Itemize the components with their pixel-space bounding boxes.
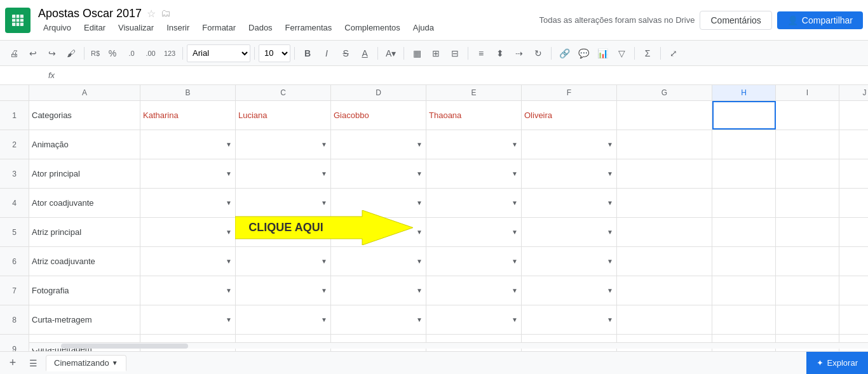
col-header-H[interactable]: H bbox=[712, 85, 776, 100]
cell-H8[interactable] bbox=[712, 305, 776, 334]
undo-button[interactable]: ↩ bbox=[24, 44, 42, 62]
bold-button[interactable]: B bbox=[299, 44, 316, 62]
dropdown-icon[interactable]: ▼ bbox=[414, 198, 424, 208]
cell-J6[interactable] bbox=[839, 247, 868, 276]
currency-button[interactable]: R$ bbox=[88, 44, 102, 62]
cell-D8[interactable]: ▼ bbox=[331, 305, 426, 334]
cell-F6[interactable]: ▼ bbox=[522, 247, 617, 276]
cell-E7[interactable]: ▼ bbox=[426, 276, 522, 305]
cell-I8[interactable] bbox=[776, 305, 839, 334]
comments-button[interactable]: Comentários bbox=[700, 11, 771, 30]
cell-E6[interactable]: ▼ bbox=[426, 247, 522, 276]
cell-G5[interactable] bbox=[617, 218, 712, 246]
col-header-I[interactable]: I bbox=[776, 85, 839, 100]
decimal-decrease-button[interactable]: .0 bbox=[123, 44, 140, 62]
cell-G3[interactable] bbox=[617, 159, 712, 188]
doc-title[interactable]: Apostas Oscar 2017 bbox=[38, 7, 142, 20]
cell-A3[interactable]: Ator principal bbox=[29, 159, 140, 188]
dropdown-icon[interactable]: ▼ bbox=[319, 286, 329, 296]
cell-J5[interactable] bbox=[839, 218, 868, 246]
dropdown-icon[interactable]: ▼ bbox=[224, 315, 234, 325]
cell-A5[interactable]: Atriz principal bbox=[29, 218, 140, 246]
cell-E5[interactable]: ▼ bbox=[426, 218, 522, 246]
italic-button[interactable]: I bbox=[318, 44, 336, 62]
menu-item-ferramentas[interactable]: Ferramentas bbox=[280, 22, 337, 34]
col-header-D[interactable]: D bbox=[331, 85, 426, 100]
strikethrough-button[interactable]: S bbox=[337, 44, 355, 62]
dropdown-icon[interactable]: ▼ bbox=[605, 169, 615, 179]
sheet-tab-dropdown-icon[interactable]: ▼ bbox=[112, 359, 118, 366]
cell-B7[interactable]: ▼ bbox=[140, 276, 236, 305]
merge2-button[interactable]: ⊟ bbox=[446, 44, 464, 62]
dropdown-icon[interactable]: ▼ bbox=[224, 169, 234, 179]
cell-J4[interactable] bbox=[839, 189, 868, 217]
menu-item-visualizar[interactable]: Visualizar bbox=[113, 22, 159, 34]
cell-D1[interactable]: Giacobbo bbox=[331, 101, 426, 130]
star-icon[interactable]: ☆ bbox=[147, 8, 156, 20]
sum-button[interactable]: Σ bbox=[639, 44, 656, 62]
share-button[interactable]: 👤 Compartilhar bbox=[777, 11, 863, 29]
cell-D2[interactable]: ▼ bbox=[331, 130, 426, 159]
cell-E2[interactable]: ▼ bbox=[426, 130, 522, 159]
filter-button[interactable]: ▽ bbox=[613, 44, 630, 62]
cell-F1[interactable]: Oliveira bbox=[522, 101, 617, 130]
cell-B8[interactable]: ▼ bbox=[140, 305, 236, 334]
dropdown-icon[interactable]: ▼ bbox=[605, 286, 615, 296]
col-header-F[interactable]: F bbox=[522, 85, 617, 100]
dropdown-icon[interactable]: ▼ bbox=[510, 286, 520, 296]
cell-A8[interactable]: Curta-metragem bbox=[29, 305, 140, 334]
cell-F8[interactable]: ▼ bbox=[522, 305, 617, 334]
dropdown-icon[interactable]: ▼ bbox=[414, 169, 424, 179]
dropdown-icon[interactable]: ▼ bbox=[224, 286, 234, 296]
cell-C5[interactable]: ▼ bbox=[236, 218, 331, 246]
cell-D7[interactable]: ▼ bbox=[331, 276, 426, 305]
print-button[interactable]: 🖨 bbox=[5, 44, 23, 62]
cell-I4[interactable] bbox=[776, 189, 839, 217]
dropdown-icon[interactable]: ▼ bbox=[224, 227, 234, 237]
cell-C7[interactable]: ▼ bbox=[236, 276, 331, 305]
fill-color-button[interactable]: A▾ bbox=[382, 44, 400, 62]
cell-A1[interactable]: Categorias bbox=[29, 101, 140, 130]
dropdown-icon[interactable]: ▼ bbox=[510, 257, 520, 267]
cell-J2[interactable] bbox=[839, 130, 868, 159]
cell-G8[interactable] bbox=[617, 305, 712, 334]
cell-I2[interactable] bbox=[776, 130, 839, 159]
dropdown-icon[interactable]: ▼ bbox=[605, 198, 615, 208]
cell-I1[interactable] bbox=[776, 101, 839, 130]
menu-item-arquivo[interactable]: Arquivo bbox=[38, 22, 76, 34]
menu-item-formatar[interactable]: Formatar bbox=[197, 22, 241, 34]
dropdown-icon[interactable]: ▼ bbox=[414, 286, 424, 296]
cell-C2[interactable]: ▼ bbox=[236, 130, 331, 159]
formula-input[interactable] bbox=[60, 70, 863, 80]
font-size-select[interactable]: 10 bbox=[259, 44, 290, 62]
percent-button[interactable]: % bbox=[104, 44, 121, 62]
cell-A4[interactable]: Ator coadjuvante bbox=[29, 189, 140, 217]
cell-D5[interactable]: ▼ bbox=[331, 218, 426, 246]
dropdown-icon[interactable]: ▼ bbox=[605, 140, 615, 150]
link-button[interactable]: 🔗 bbox=[555, 44, 573, 62]
col-header-B[interactable]: B bbox=[140, 85, 236, 100]
cell-G2[interactable] bbox=[617, 130, 712, 159]
folder-icon[interactable]: 🗂 bbox=[161, 8, 171, 19]
cell-C6[interactable]: ▼ bbox=[236, 247, 331, 276]
cell-H4[interactable] bbox=[712, 189, 776, 217]
cell-E8[interactable]: ▼ bbox=[426, 305, 522, 334]
cell-H1[interactable] bbox=[712, 101, 776, 130]
cell-A2[interactable]: Animação bbox=[29, 130, 140, 159]
redo-button[interactable]: ↪ bbox=[43, 44, 61, 62]
chart-button[interactable]: 📊 bbox=[593, 44, 611, 62]
dropdown-icon[interactable]: ▼ bbox=[414, 257, 424, 267]
cell-E1[interactable]: Thaoana bbox=[426, 101, 522, 130]
dropdown-icon[interactable]: ▼ bbox=[414, 227, 424, 237]
cell-A6[interactable]: Atriz coadjuvante bbox=[29, 247, 140, 276]
cell-B1[interactable]: Katharina bbox=[140, 101, 236, 130]
dropdown-icon[interactable]: ▼ bbox=[605, 315, 615, 325]
dropdown-icon[interactable]: ▼ bbox=[224, 257, 234, 267]
cell-J1[interactable] bbox=[839, 101, 868, 130]
menu-item-inserir[interactable]: Inserir bbox=[161, 22, 194, 34]
cell-C8[interactable]: ▼ bbox=[236, 305, 331, 334]
col-header-J[interactable]: J bbox=[839, 85, 868, 100]
dropdown-icon[interactable]: ▼ bbox=[414, 315, 424, 325]
cell-H5[interactable] bbox=[712, 218, 776, 246]
dropdown-icon[interactable]: ▼ bbox=[510, 315, 520, 325]
